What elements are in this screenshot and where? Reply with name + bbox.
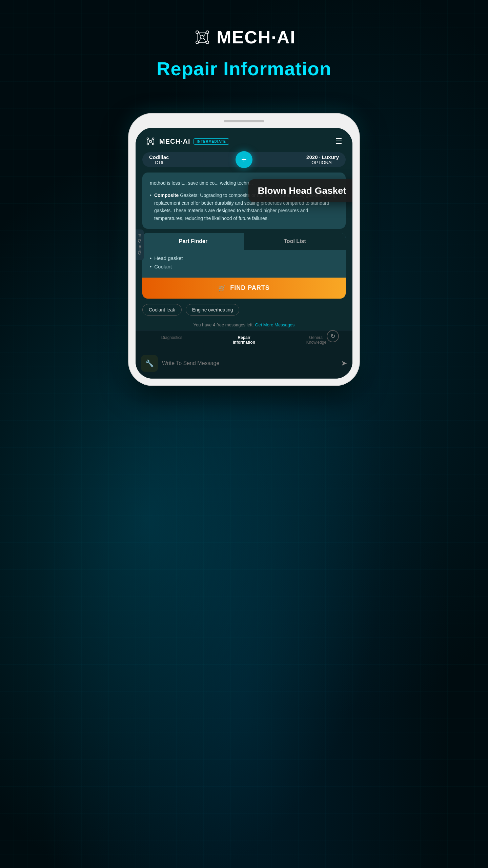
logo-icon [192,27,212,47]
vehicle-left-info: Codillac CT6 [149,154,169,165]
skill-badge: INTERMEDIATE [194,138,229,145]
cart-icon: 🛒 [218,284,226,292]
phone-screen: Clear Chat [136,128,352,379]
nav-repair-info-label: RepairInformation [233,335,255,345]
tab-tool-list[interactable]: Tool List [244,233,346,250]
part-item-coolant: Coolant [150,264,338,269]
svg-line-21 [151,142,152,144]
app-name: MECH·AI [217,27,296,47]
parts-list: Head gasket Coolant [142,250,346,278]
menu-icon-symbol: ☰ [336,137,343,145]
chip-coolant-leak[interactable]: Coolant leak [142,304,182,316]
send-icon: ➤ [341,359,347,367]
svg-point-16 [152,143,154,145]
vehicle-year: 2020 · Luxury [306,154,339,160]
tooltip-text: Blown Head Gasket [258,185,346,196]
tab-part-finder[interactable]: Part Finder [142,233,244,250]
svg-point-17 [149,140,151,142]
nav-repair-info[interactable]: RepairInformation [208,330,280,349]
nav-diagnostics-label: Diagnostics [161,335,182,340]
vehicle-selector[interactable]: Codillac CT6 + 2020 · Luxury OPTIONAL [142,152,346,167]
free-messages-text: You have 4 free messages left. [194,322,255,327]
blown-head-gasket-tooltip: Blown Head Gasket [248,179,352,202]
phone-wrapper: Clear Chat [129,114,359,385]
tab-tool-list-label: Tool List [284,238,306,244]
svg-line-20 [149,142,150,144]
svg-point-15 [147,143,149,145]
svg-line-19 [151,139,152,141]
svg-point-1 [206,31,209,34]
refresh-button[interactable]: ↻ [327,330,339,342]
svg-point-0 [196,31,199,34]
part-finder-tabs: Part Finder Tool List [142,233,346,250]
nav-general-knowledge-label: GeneralKnowledge [306,335,326,345]
vehicle-model: CT6 [149,160,169,165]
app-header: MECH·AI INTERMEDIATE ☰ [136,128,352,152]
part-finder: Part Finder Tool List Head gasket Coolan… [142,233,346,299]
obd-icon-symbol: 🔧 [145,359,154,367]
page-title: Repair Information [157,58,331,80]
app-logo-row: MECH·AI INTERMEDIATE [145,136,229,147]
svg-point-2 [196,41,199,44]
refresh-icon: ↻ [330,332,336,340]
message-input-row: 🔧 ➤ [136,349,352,379]
app-header-logo: MECH·AI [159,138,190,145]
svg-point-14 [152,138,154,140]
bottom-nav: Diagnostics RepairInformation GeneralKno… [136,330,352,349]
composite-bold: Composite [154,193,179,198]
free-messages-notice: You have 4 free messages left. Get More … [136,320,352,330]
svg-line-5 [199,32,201,37]
app-logo-small-icon [145,136,156,147]
svg-point-3 [206,41,209,44]
hamburger-icon[interactable]: ☰ [336,138,343,145]
svg-line-6 [204,32,206,37]
obd-icon: 🔧 [141,355,158,372]
page-content: MECH·AI Repair Information Clear Chat [0,0,488,385]
find-parts-button[interactable]: 🛒 FIND PARTS [142,278,346,299]
nav-diagnostics[interactable]: Diagnostics [136,330,208,349]
add-icon: + [241,154,247,165]
add-vehicle-button[interactable]: + [236,151,252,168]
phone-frame: Clear Chat [129,114,359,385]
part-item-head-gasket: Head gasket [150,255,338,261]
clear-chat-tab[interactable]: Clear Chat [136,229,144,260]
chip-coolant-leak-label: Coolant leak [149,307,175,312]
vehicle-name: Codillac [149,154,169,160]
message-input[interactable] [162,360,337,366]
part-name-coolant: Coolant [154,264,172,269]
chip-engine-overheating-label: Engine overheating [192,307,233,312]
tab-part-finder-label: Part Finder [179,238,207,244]
chat-area: method is less t... save time co... weld… [136,173,352,229]
svg-line-8 [204,38,206,42]
send-button[interactable]: ➤ [341,359,347,368]
find-parts-label: FIND PARTS [230,284,270,291]
svg-point-13 [147,138,149,140]
chip-engine-overheating[interactable]: Engine overheating [186,304,240,316]
logo-section: MECH·AI Repair Information [157,27,331,100]
suggestion-chips: Coolant leak Engine overheating [136,304,352,316]
vehicle-trim: OPTIONAL [306,160,339,165]
vehicle-right-info: 2020 · Luxury OPTIONAL [306,154,339,165]
nav-general-knowledge[interactable]: GeneralKnowledge [280,330,352,349]
part-name-head-gasket: Head gasket [154,255,183,261]
svg-line-18 [149,139,150,141]
get-more-messages-link[interactable]: Get More Messages [255,322,294,327]
svg-line-7 [199,38,201,42]
logo-row: MECH·AI [192,27,296,47]
clear-chat-label: Clear Chat [138,234,142,255]
svg-point-4 [201,36,204,39]
phone-notch [224,120,264,122]
